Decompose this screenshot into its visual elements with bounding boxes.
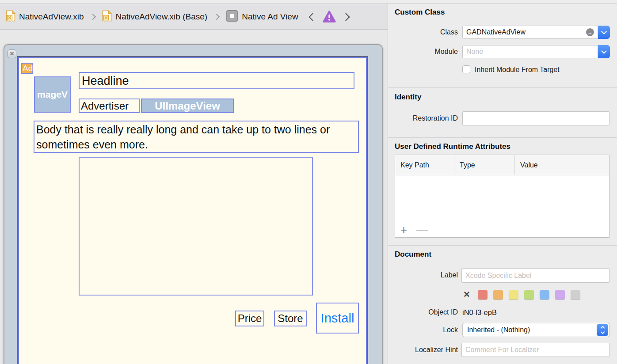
jump-bar-label: Native Ad View xyxy=(242,12,298,22)
table-header-row: Key Path Type Value xyxy=(395,155,609,175)
jump-bar-item-file[interactable]: NativeAdView.xib xyxy=(6,10,84,23)
section-divider xyxy=(388,137,617,138)
object-id-value: iN0-l3-epB xyxy=(462,308,497,317)
color-swatch[interactable] xyxy=(493,290,503,300)
next-issue-icon[interactable] xyxy=(342,13,350,21)
inherit-module-label: Inherit Module From Target xyxy=(475,66,560,74)
body-label[interactable]: Body that is really really long and can … xyxy=(34,121,359,153)
popup-stepper-icon xyxy=(597,324,608,336)
lock-popup[interactable]: Inherited - (Nothing) xyxy=(462,323,609,337)
module-field-label: Module xyxy=(388,48,458,56)
class-dropdown-button[interactable] xyxy=(598,26,610,39)
price-label[interactable]: Price xyxy=(235,311,264,326)
add-attribute-button[interactable]: + xyxy=(400,224,407,235)
column-header-type[interactable]: Type xyxy=(454,155,515,175)
restoration-id-label: Restoration ID xyxy=(388,114,458,122)
custom-class-section-title: Custom Class xyxy=(395,8,445,17)
section-divider xyxy=(388,87,617,88)
identity-inspector: Custom Class Class → Module Inherit Modu… xyxy=(388,0,617,364)
close-icon[interactable]: ✕ xyxy=(8,49,16,58)
xib-design-window[interactable]: ✕ Ad mageV Headline Advertiser UIImageVi… xyxy=(4,44,383,364)
color-swatch-row xyxy=(478,290,580,300)
chevron-down-icon xyxy=(601,48,607,54)
color-swatch[interactable] xyxy=(571,290,580,300)
chevron-down-icon xyxy=(600,330,605,334)
remove-attribute-button: — xyxy=(416,224,428,235)
class-goto-arrow-icon[interactable]: → xyxy=(586,28,594,36)
media-view[interactable] xyxy=(79,157,313,296)
color-swatch[interactable] xyxy=(555,290,565,300)
native-ad-view-root[interactable]: Ad mageV Headline Advertiser UIImageView… xyxy=(18,57,367,364)
column-header-key-path[interactable]: Key Path xyxy=(395,155,454,175)
localizer-hint-label: Localizer Hint xyxy=(388,346,458,354)
jump-bar-item-view[interactable]: Native Ad View xyxy=(226,10,298,24)
jump-bar: NativeAdView.xib NativeAdView.xib (Base)… xyxy=(0,4,388,30)
breadcrumb-chevron-icon xyxy=(90,14,96,20)
ad-attribution-badge[interactable]: Ad xyxy=(21,63,33,74)
jump-bar-label: NativeAdView.xib xyxy=(19,12,84,22)
jump-bar-label: NativeAdView.xib (Base) xyxy=(115,12,207,22)
chevron-down-icon xyxy=(601,29,607,34)
module-input[interactable] xyxy=(462,45,598,58)
icon-image-view[interactable]: mageV xyxy=(34,76,71,113)
inherit-module-checkbox[interactable] xyxy=(462,65,470,73)
document-label-label: Label xyxy=(388,271,458,279)
class-field-label: Class xyxy=(388,28,458,36)
xib-file-icon xyxy=(6,10,15,23)
class-input[interactable] xyxy=(462,26,598,39)
no-color-icon[interactable]: ✕ xyxy=(463,289,470,300)
object-id-label: Object ID xyxy=(388,308,458,316)
runtime-attributes-section-title: User Defined Runtime Attributes xyxy=(395,142,510,151)
color-swatch[interactable] xyxy=(524,290,534,300)
store-label[interactable]: Store xyxy=(274,311,307,326)
warning-icon[interactable] xyxy=(323,11,336,23)
previous-issue-icon[interactable] xyxy=(308,13,316,21)
headline-label[interactable]: Headline xyxy=(79,72,354,89)
document-section-title: Document xyxy=(395,250,431,259)
breadcrumb-chevron-icon xyxy=(213,14,220,20)
jump-bar-item-base[interactable]: NativeAdView.xib (Base) xyxy=(102,10,207,23)
color-swatch[interactable] xyxy=(540,290,549,300)
lock-label: Lock xyxy=(388,326,458,334)
section-divider xyxy=(388,245,617,246)
table-body-empty: + — xyxy=(395,175,609,237)
localizer-hint-input[interactable] xyxy=(461,343,609,357)
runtime-attributes-table[interactable]: Key Path Type Value + — xyxy=(395,155,609,238)
editor-canvas: ✕ Ad mageV Headline Advertiser UIImageVi… xyxy=(0,30,388,364)
toolbar-bottom-strip xyxy=(0,0,617,4)
color-swatch[interactable] xyxy=(478,290,488,300)
lock-popup-value: Inherited - (Nothing) xyxy=(467,326,530,334)
install-button[interactable]: Install xyxy=(316,303,359,334)
color-swatch[interactable] xyxy=(509,290,518,300)
view-icon xyxy=(226,10,238,24)
document-label-input[interactable] xyxy=(461,268,609,283)
column-header-value[interactable]: Value xyxy=(515,155,609,175)
uiimageview-chip[interactable]: UIImageView xyxy=(141,99,234,113)
identity-section-title: Identity xyxy=(395,93,421,102)
restoration-id-input[interactable] xyxy=(462,111,609,125)
module-dropdown-button[interactable] xyxy=(598,45,610,58)
advertiser-label[interactable]: Advertiser xyxy=(79,99,140,113)
xib-file-icon xyxy=(102,10,112,23)
